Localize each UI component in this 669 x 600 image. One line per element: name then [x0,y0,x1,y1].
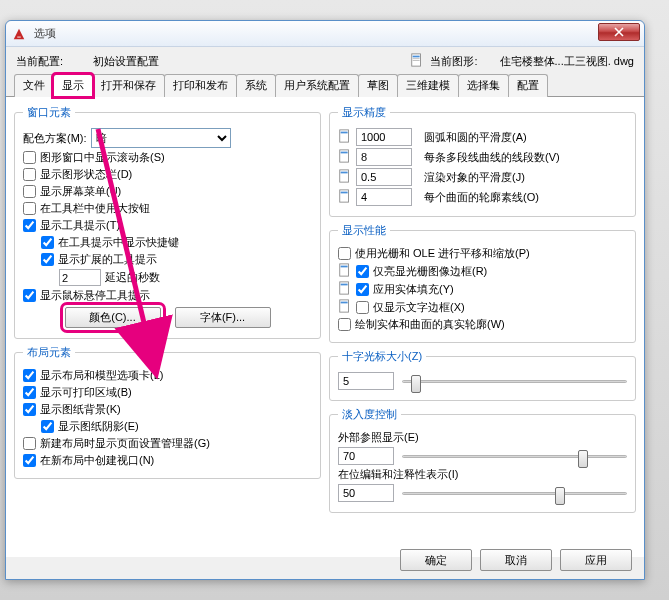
dwg-icon [338,299,352,315]
statusbar-checkbox[interactable] [23,168,36,181]
crosshair-size-legend: 十字光标大小(Z) [338,349,426,364]
app-icon [12,26,28,42]
svg-rect-8 [341,152,348,154]
close-icon [614,27,624,37]
tab-print-publish[interactable]: 打印和发布 [164,74,237,97]
svg-rect-0 [17,36,21,37]
ext-tooltips-checkbox[interactable] [41,253,54,266]
true-silhouette-checkbox[interactable] [338,318,351,331]
dwg-icon [338,129,352,145]
paper-bg-checkbox[interactable] [23,403,36,416]
color-scheme-select[interactable]: 暗 [91,128,231,148]
tab-files[interactable]: 文件 [14,74,54,97]
inplace-edit-slider[interactable] [402,484,627,502]
svg-rect-2 [413,56,420,58]
dwg-icon [338,189,352,205]
ok-button[interactable]: 确定 [400,549,472,571]
tab-3d-modeling[interactable]: 三维建模 [397,74,459,97]
screenmenu-checkbox[interactable] [23,185,36,198]
current-drawing-value: 住宅楼整体...工三视图. dwg [500,54,634,69]
surface-contour-label: 每个曲面的轮廓素线(O) [424,190,539,205]
delay-seconds-label: 延迟的秒数 [105,270,160,285]
tab-open-save[interactable]: 打开和保存 [92,74,165,97]
fade-control-group: 淡入度控制 外部参照显示(E) 在位编辑和注释性表示(I) [329,407,636,513]
current-profile-value: 初始设置配置 [93,54,159,69]
create-viewport-checkbox[interactable] [23,454,36,467]
svg-rect-12 [341,192,348,194]
polyline-segments-input[interactable] [356,148,412,166]
tab-drafting[interactable]: 草图 [358,74,398,97]
printable-area-checkbox[interactable] [23,386,36,399]
crosshair-size-slider[interactable] [402,372,627,390]
xref-display-input[interactable] [338,447,394,465]
current-profile-label: 当前配置: [16,54,63,69]
crosshair-size-group: 十字光标大小(Z) [329,349,636,401]
tab-display[interactable]: 显示 [53,74,93,97]
left-column: 窗口元素 配色方案(M): 暗 图形窗口中显示滚动条(S) 显示图形状态栏(D)… [14,105,321,549]
titlebar: 选项 [6,21,644,47]
page-setup-checkbox[interactable] [23,437,36,450]
xref-display-slider[interactable] [402,447,627,465]
delay-seconds-input[interactable] [59,269,101,286]
dwg-icon [338,169,352,185]
window-elements-legend: 窗口元素 [23,105,75,120]
dwg-icon [338,281,352,297]
svg-rect-10 [341,172,348,174]
tab-strip: 文件 显示 打开和保存 打印和发布 系统 用户系统配置 草图 三维建模 选择集 … [6,73,644,97]
dwg-icon [410,53,424,69]
text-frame-checkbox[interactable] [356,301,369,314]
display-precision-group: 显示精度 圆弧和圆的平滑度(A) 每条多段线曲线的线段数(V) 渲染对象的平滑度… [329,105,636,217]
crosshair-size-input[interactable] [338,372,394,390]
tab-user-prefs[interactable]: 用户系统配置 [275,74,359,97]
fonts-button[interactable]: 字体(F)... [175,307,271,328]
inplace-edit-label: 在位编辑和注释性表示(I) [338,467,458,482]
window-elements-group: 窗口元素 配色方案(M): 暗 图形窗口中显示滚动条(S) 显示图形状态栏(D)… [14,105,321,339]
large-toolbar-checkbox[interactable] [23,202,36,215]
dwg-icon [338,149,352,165]
layout-elements-group: 布局元素 显示布局和模型选项卡(L) 显示可打印区域(B) 显示图纸背景(K) … [14,345,321,479]
tab-content: 窗口元素 配色方案(M): 暗 图形窗口中显示滚动条(S) 显示图形状态栏(D)… [6,97,644,557]
svg-rect-18 [341,302,348,304]
display-performance-group: 显示性能 使用光栅和 OLE 进行平移和缩放(P) 仅亮显光栅图像边框(R) 应… [329,223,636,343]
mouse-tooltips-checkbox[interactable] [23,289,36,302]
layout-elements-legend: 布局元素 [23,345,75,360]
highlight-raster-checkbox[interactable] [356,265,369,278]
tab-selection[interactable]: 选择集 [458,74,509,97]
dialog-footer: 确定 取消 应用 [400,549,632,571]
svg-rect-14 [341,266,348,268]
tooltips-checkbox[interactable] [23,219,36,232]
dialog-title: 选项 [34,26,56,41]
options-dialog: 选项 当前配置: 初始设置配置 当前图形: 住宅楼整体...工三视图. dwg … [5,20,645,580]
polyline-segments-label: 每条多段线曲线的线段数(V) [424,150,560,165]
scrollbars-checkbox[interactable] [23,151,36,164]
profile-row: 当前配置: 初始设置配置 当前图形: 住宅楼整体...工三视图. dwg [6,47,644,73]
render-smoothness-input[interactable] [356,168,412,186]
inplace-edit-input[interactable] [338,484,394,502]
svg-rect-4 [413,60,420,61]
color-scheme-label: 配色方案(M): [23,131,87,146]
arc-smoothness-label: 圆弧和圆的平滑度(A) [424,130,527,145]
display-performance-legend: 显示性能 [338,223,390,238]
right-column: 显示精度 圆弧和圆的平滑度(A) 每条多段线曲线的线段数(V) 渲染对象的平滑度… [329,105,636,549]
colors-button[interactable]: 颜色(C)... [65,307,161,328]
layout-tabs-checkbox[interactable] [23,369,36,382]
cancel-button[interactable]: 取消 [480,549,552,571]
paper-shadow-checkbox[interactable] [41,420,54,433]
tab-profiles[interactable]: 配置 [508,74,548,97]
pan-zoom-checkbox[interactable] [338,247,351,260]
apply-button[interactable]: 应用 [560,549,632,571]
display-precision-legend: 显示精度 [338,105,390,120]
xref-display-label: 外部参照显示(E) [338,430,419,445]
svg-rect-3 [413,58,420,59]
tab-system[interactable]: 系统 [236,74,276,97]
dwg-icon [338,263,352,279]
close-button[interactable] [598,23,640,41]
render-smoothness-label: 渲染对象的平滑度(J) [424,170,525,185]
arc-smoothness-input[interactable] [356,128,412,146]
shortcut-checkbox[interactable] [41,236,54,249]
current-drawing-label: 当前图形: [430,54,477,69]
surface-contour-input[interactable] [356,188,412,206]
fade-control-legend: 淡入度控制 [338,407,401,422]
svg-rect-6 [341,132,348,134]
solid-fill-checkbox[interactable] [356,283,369,296]
